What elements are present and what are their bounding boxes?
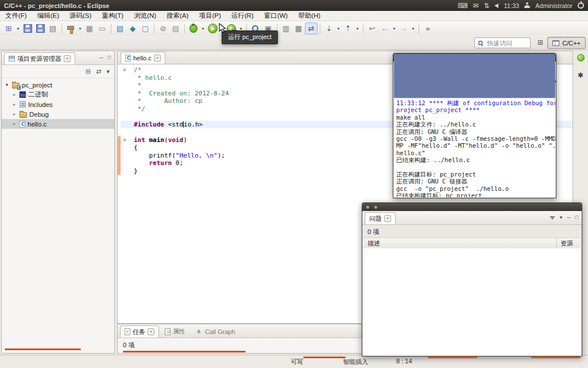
scrollbar-indicator[interactable] [5,348,81,350]
back-button[interactable]: ← [378,22,391,34]
next-annotation-button[interactable]: ⇣ [323,22,335,34]
collapse-all-icon[interactable]: ⊟ [86,68,91,75]
window-close-button[interactable]: × [365,205,370,210]
console-view-icon[interactable] [577,54,585,62]
close-icon[interactable]: × [64,55,71,62]
menu-item[interactable]: 项目(P) [194,11,226,21]
tab-tasks[interactable]: 任务× [120,325,159,338]
skip-all-breakpoints-button[interactable]: ⊘ [157,22,169,34]
rebuild-index-button[interactable]: ▨ [169,22,182,34]
toolbar-separator [363,24,363,34]
quick-access-input[interactable] [486,39,521,47]
tab-properties[interactable]: 属性 [160,325,190,338]
new-c-project-button[interactable]: ▧ [114,22,126,34]
view-menu-icon[interactable]: ▾ [560,215,563,220]
toolbar-overflow-button[interactable]: » [421,22,434,34]
fold-gutter [121,82,129,90]
tab-hello-c[interactable]: hello.c × [121,52,165,64]
menu-item[interactable]: 运行(R) [226,11,259,21]
menu-item[interactable]: 窗口(W) [259,11,293,21]
previous-annotation-button[interactable]: ⇡ [342,22,354,34]
menu-item[interactable]: 源码(S) [64,11,96,21]
view-menu-icon[interactable]: ▾ [106,68,110,75]
tree-item-pc-project[interactable]: ▾pc_project [2,80,114,90]
expand-arrow-icon[interactable]: ▸ [11,121,17,126]
user-name[interactable]: Administrator [535,2,572,9]
last-edit-location-button[interactable]: ↩ [366,22,378,34]
maximize-view-icon[interactable]: □ [575,215,578,220]
close-icon[interactable]: × [148,328,154,335]
filter-icon[interactable] [550,216,555,220]
column-description[interactable]: 描述 [363,238,557,249]
clean-button[interactable]: ▭ [96,22,109,34]
new-button[interactable]: ⊞ [2,22,15,34]
run-button[interactable] [206,22,219,34]
tree-item-binaries[interactable]: ▸二进制 [2,90,114,99]
window-minimize-button[interactable]: ─ [373,205,378,210]
menu-item[interactable]: 重构(T) [96,11,129,21]
print-button[interactable]: ▤ [47,22,59,34]
previous-annotation-menu-icon[interactable]: ▾ [354,26,361,31]
scrollbar-indicator[interactable] [428,356,477,358]
link-with-editor-icon[interactable]: ⇄ [96,68,101,75]
expand-arrow-icon[interactable]: ▸ [11,112,17,117]
expand-arrow-icon[interactable]: ▸ [11,92,17,97]
menu-item[interactable]: 搜索(A) [161,11,194,21]
expand-arrow-icon[interactable]: ▸ [11,102,17,107]
mail-icon[interactable]: ✉ [473,2,478,9]
new-menu-icon[interactable]: ▾ [15,26,21,31]
save-button[interactable] [21,22,34,34]
new-c-file-button[interactable]: ▢ [139,22,152,34]
minimize-view-icon[interactable]: ─ [99,55,103,60]
new-c-class-button[interactable]: ◆ [126,22,139,34]
minimize-view-icon[interactable]: ─ [567,215,570,220]
fold-toggle-icon[interactable]: ⊖ [121,136,129,144]
menu-item[interactable]: 帮助(H) [293,11,326,21]
keyboard-indicator-icon[interactable]: ⌨ [458,2,467,9]
next-annotation-menu-icon[interactable]: ▾ [335,26,342,31]
forward-menu-icon[interactable]: ▾ [410,26,416,31]
forward-button[interactable]: → [397,22,410,34]
column-resource[interactable]: 资源 [557,238,581,249]
tab-project-explorer[interactable]: 项目资源管理器 × [4,52,75,64]
scrollbar-indicator[interactable] [123,351,246,352]
maximize-view-icon[interactable]: □ [108,55,111,60]
debug-menu-icon[interactable]: ▾ [200,26,206,31]
build-configurations-button[interactable]: ▦ [83,22,96,34]
scrollbar-indicator[interactable] [303,356,346,358]
collapse-arrow-icon[interactable]: ▾ [4,82,10,87]
save-all-button[interactable] [34,22,47,34]
pin-editor-button[interactable]: ▦ [292,22,305,34]
build-all-button[interactable] [64,22,77,34]
tree-item-includes[interactable]: ▸Includes [2,99,114,109]
menu-item[interactable]: 编辑(E) [32,11,64,21]
console-output[interactable]: 11:33:12 **** 构建 of configuration Debug … [394,98,555,197]
show-console-button[interactable]: ▥ [280,22,292,34]
close-icon[interactable]: × [154,55,161,62]
network-icon[interactable]: ⇅ [483,2,489,9]
tree-item-hello-c[interactable]: ▸hello.c [2,119,114,129]
outline-view-icon[interactable]: ∗ [577,71,584,79]
back-menu-icon[interactable]: ▾ [391,26,397,31]
problems-window-titlebar[interactable]: × ─ [362,203,582,211]
display-selected-console-button[interactable] [521,76,533,88]
menu-item[interactable]: 文件(F) [0,11,32,21]
fold-toggle-icon[interactable]: ⊖ [121,66,129,74]
toolbar-separator [154,24,154,34]
tab-problems[interactable]: 问题 × [365,212,396,224]
clock[interactable]: 11:33 [504,2,519,9]
scrollbar-indicator[interactable] [531,356,581,358]
session-menu-icon[interactable] [578,2,584,9]
debug-button[interactable] [187,22,200,34]
tab-call-graph[interactable]: Call Graph [191,325,240,338]
tree-item-debug-folder[interactable]: ▸Debug [2,109,114,119]
build-menu-icon[interactable]: ▾ [77,26,83,31]
save-all-icon [36,24,45,33]
fold-gutter [121,152,129,160]
menu-item[interactable]: 浏览(N) [129,11,161,21]
link-with-editor-button[interactable]: ⇄ [305,22,318,34]
perspective-cpp-button[interactable]: C/C++ [547,37,586,49]
close-icon[interactable]: × [384,215,391,222]
open-perspective-button[interactable]: ⊞ [537,39,543,46]
volume-icon[interactable] [494,3,498,8]
